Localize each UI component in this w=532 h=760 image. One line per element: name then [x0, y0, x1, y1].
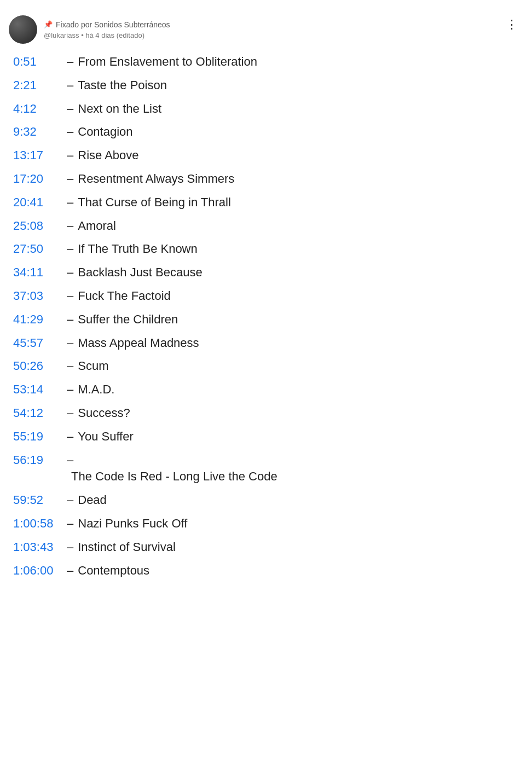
track-timestamp[interactable]: 1:03:43: [13, 539, 62, 556]
track-separator: –: [67, 515, 73, 532]
track-separator: –: [67, 147, 73, 164]
track-timestamp[interactable]: 53:14: [13, 381, 62, 398]
track-item[interactable]: 1:00:58 – Nazi Punks Fuck Off: [13, 512, 523, 536]
track-separator: –: [67, 171, 73, 188]
post-header-left: 📌 Fixado por Sonidos Subterráneos @lukar…: [9, 15, 170, 44]
track-item[interactable]: 54:12 – Success?: [13, 402, 523, 425]
track-item[interactable]: 34:11 – Backlash Just Because: [13, 261, 523, 285]
pinned-by-label: Fixado por Sonidos Subterráneos: [56, 20, 170, 29]
track-title: Suffer the Children: [78, 311, 178, 328]
track-title: Dead: [78, 492, 107, 509]
track-item[interactable]: 2:21 – Taste the Poison: [13, 74, 523, 97]
track-title: Instinct of Survival: [78, 539, 176, 556]
track-timestamp[interactable]: 34:11: [13, 264, 62, 281]
avatar-image: [9, 15, 37, 44]
track-timestamp[interactable]: 1:00:58: [13, 515, 62, 532]
track-title: Rise Above: [78, 147, 138, 164]
track-timestamp[interactable]: 13:17: [13, 147, 62, 164]
track-item[interactable]: 55:19 – You Suffer: [13, 425, 523, 449]
pin-icon: 📌: [44, 20, 53, 28]
track-title: Mass Appeal Madness: [78, 335, 199, 352]
track-timestamp[interactable]: 56:19: [13, 452, 62, 469]
track-item[interactable]: 4:12 – Next on the List: [13, 97, 523, 121]
track-timestamp[interactable]: 17:20: [13, 171, 62, 188]
track-title: Scum: [78, 358, 108, 375]
track-item[interactable]: 9:32 – Contagion: [13, 120, 523, 144]
track-title: Nazi Punks Fuck Off: [78, 515, 187, 532]
track-item[interactable]: 17:20 – Resentment Always Simmers: [13, 167, 523, 191]
track-timestamp[interactable]: 59:52: [13, 492, 62, 509]
track-item[interactable]: 53:14 – M.A.D.: [13, 378, 523, 402]
track-title: Resentment Always Simmers: [78, 171, 234, 188]
track-item[interactable]: 20:41 – That Curse of Being in Thrall: [13, 191, 523, 214]
track-separator: –: [67, 335, 73, 352]
track-separator: –: [67, 218, 73, 235]
track-separator: –: [67, 241, 73, 258]
track-timestamp[interactable]: 0:51: [13, 54, 62, 71]
track-item[interactable]: 25:08 – Amoral: [13, 214, 523, 238]
pinned-line: 📌 Fixado por Sonidos Subterráneos: [44, 20, 170, 29]
track-item[interactable]: 41:29 – Suffer the Children: [13, 308, 523, 332]
track-separator: –: [67, 264, 73, 281]
track-separator: –: [67, 428, 73, 445]
track-item[interactable]: 1:03:43 – Instinct of Survival: [13, 536, 523, 559]
track-title: Success?: [78, 405, 130, 422]
header-text-block: 📌 Fixado por Sonidos Subterráneos @lukar…: [44, 20, 170, 39]
track-timestamp[interactable]: 2:21: [13, 77, 62, 94]
track-title: Taste the Poison: [78, 77, 167, 94]
track-separator: –: [67, 124, 73, 141]
track-separator: –: [67, 452, 73, 469]
track-title: Fuck The Factoid: [78, 288, 171, 305]
track-timestamp[interactable]: 20:41: [13, 194, 62, 211]
track-item[interactable]: 0:51 – From Enslavement to Obliteration: [13, 50, 523, 74]
track-item[interactable]: 50:26 – Scum: [13, 355, 523, 378]
post-meta: há 4 dias (editado): [85, 31, 144, 39]
track-separator: –: [67, 288, 73, 305]
track-title: Amoral: [78, 218, 116, 235]
track-title: Next on the List: [78, 101, 161, 118]
track-separator: –: [67, 194, 73, 211]
track-item[interactable]: 13:17 – Rise Above: [13, 144, 523, 167]
track-separator: –: [67, 358, 73, 375]
track-title: The Code Is Red - Long Live the Code: [13, 468, 523, 485]
track-separator: –: [67, 562, 73, 579]
track-timestamp[interactable]: 45:57: [13, 335, 62, 352]
track-timestamp[interactable]: 27:50: [13, 241, 62, 258]
track-item[interactable]: 59:52 – Dead: [13, 489, 523, 512]
track-timestamp[interactable]: 1:06:00: [13, 562, 62, 579]
track-separator: –: [67, 492, 73, 509]
track-timestamp[interactable]: 41:29: [13, 311, 62, 328]
track-title: M.A.D.: [78, 381, 114, 398]
track-item[interactable]: 27:50 – If The Truth Be Known: [13, 237, 523, 261]
track-timestamp[interactable]: 9:32: [13, 124, 62, 141]
username-line: @lukariass • há 4 dias (editado): [44, 31, 170, 39]
track-title: Contemptous: [78, 562, 149, 579]
track-timestamp[interactable]: 25:08: [13, 218, 62, 235]
track-separator: –: [67, 381, 73, 398]
track-title: You Suffer: [78, 428, 134, 445]
post-header: 📌 Fixado por Sonidos Subterráneos @lukar…: [9, 15, 523, 44]
track-separator: –: [67, 405, 73, 422]
track-timestamp[interactable]: 50:26: [13, 358, 62, 375]
track-title: Contagion: [78, 124, 132, 141]
track-separator: –: [67, 539, 73, 556]
post-container: 📌 Fixado por Sonidos Subterráneos @lukar…: [0, 9, 532, 589]
avatar[interactable]: [9, 15, 37, 44]
track-item[interactable]: 37:03 – Fuck The Factoid: [13, 285, 523, 308]
username[interactable]: @lukariass: [44, 31, 79, 39]
track-timestamp[interactable]: 54:12: [13, 405, 62, 422]
track-list: 0:51 – From Enslavement to Obliteration2…: [9, 50, 523, 582]
track-title: Backlash Just Because: [78, 264, 202, 281]
track-item[interactable]: 1:06:00 – Contemptous: [13, 559, 523, 583]
track-separator: –: [67, 311, 73, 328]
track-timestamp[interactable]: 4:12: [13, 101, 62, 118]
track-separator: –: [67, 101, 73, 118]
track-title: From Enslavement to Obliteration: [78, 54, 257, 71]
track-item[interactable]: 56:19 – The Code Is Red - Long Live the …: [13, 449, 523, 489]
track-timestamp[interactable]: 55:19: [13, 428, 62, 445]
track-item[interactable]: 45:57 – Mass Appeal Madness: [13, 332, 523, 355]
track-timestamp[interactable]: 37:03: [13, 288, 62, 305]
track-separator: –: [67, 77, 73, 94]
track-separator: –: [67, 54, 73, 71]
more-options-button[interactable]: ⋮: [501, 15, 523, 34]
